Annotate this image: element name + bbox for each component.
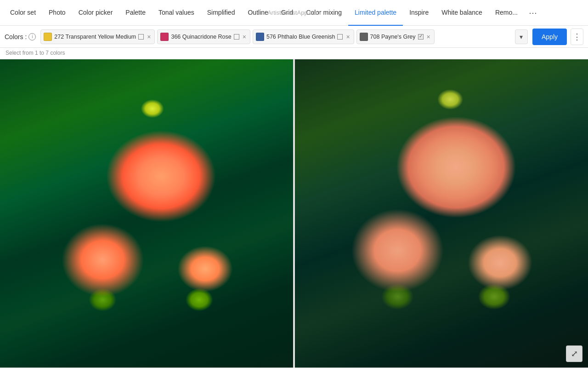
info-icon[interactable]: i [28, 33, 36, 40]
nav-item-inspire[interactable]: Inspire [403, 0, 435, 26]
color-swatch-3 [256, 33, 264, 41]
chip-close-1[interactable]: × [146, 34, 152, 40]
chip-close-2[interactable]: × [242, 34, 247, 40]
nav-item-color-mixing[interactable]: Color mixing [300, 0, 348, 26]
dropdown-button[interactable]: ▾ [515, 29, 528, 44]
left-image-panel [0, 59, 293, 368]
nav-item-palette[interactable]: Palette [119, 0, 152, 26]
expand-button[interactable]: ⤢ [566, 345, 582, 362]
nav-item-photo[interactable]: Photo [42, 0, 72, 26]
chip-square-icon-4: ✓ [418, 34, 424, 40]
apply-button[interactable]: Apply [532, 29, 567, 45]
color-chip-1[interactable]: 272 Transparent Yellow Medium× [40, 29, 155, 44]
main-content: ⤢ [0, 59, 588, 368]
nav-item-simplified[interactable]: Simplified [201, 0, 242, 26]
nav-item-white-balance[interactable]: White balance [435, 0, 489, 26]
chip-close-4[interactable]: × [426, 34, 431, 40]
right-flower-image [295, 59, 588, 368]
chip-name-4: 708 Payne's Grey [370, 34, 416, 40]
nav-item-outline[interactable]: Outline [241, 0, 274, 26]
sub-label-text: Select from 1 to 7 colors [6, 50, 65, 56]
chip-square-icon-1 [138, 34, 144, 40]
color-swatch-4 [360, 33, 368, 41]
color-chip-2[interactable]: 366 Quinacridone Rose× [157, 29, 250, 44]
chip-close-3[interactable]: × [345, 34, 351, 40]
colors-label: Colors: i [5, 33, 36, 40]
nav-item-tonal-values[interactable]: Tonal values [152, 0, 201, 26]
color-swatch-2 [160, 33, 169, 41]
nav-item-limited-palette[interactable]: Limited palette [348, 0, 403, 26]
nav-item-remove[interactable]: Remo... [489, 0, 524, 26]
nav-item-color-picker[interactable]: Color picker [72, 0, 119, 26]
sub-label-bar: Select from 1 to 7 colors [0, 48, 588, 59]
nav-bar: Color setPhotoColor pickerPaletteTonal v… [0, 0, 588, 26]
chip-name-2: 366 Quinacridone Rose [171, 34, 231, 40]
nav-item-color-set[interactable]: Color set [4, 0, 42, 26]
chip-square-icon-2 [234, 34, 239, 40]
more-options-button[interactable]: ⋮ [571, 29, 583, 45]
right-image-panel: ⤢ [293, 59, 588, 368]
colors-text: Colors [5, 33, 23, 40]
chip-name-1: 272 Transparent Yellow Medium [54, 34, 136, 40]
chip-name-3: 576 Phthalo Blue Greenish [266, 34, 335, 40]
colors-bar: Colors: i 272 Transparent Yellow Medium×… [0, 26, 588, 48]
color-chip-4[interactable]: 708 Payne's Grey✓× [356, 29, 435, 44]
nav-item-grid[interactable]: Grid [275, 0, 300, 26]
left-flower-image [0, 59, 293, 368]
nav-more-button[interactable]: ⋯ [524, 0, 542, 26]
color-chip-3[interactable]: 576 Phthalo Blue Greenish× [253, 29, 354, 44]
chip-square-icon-3 [337, 34, 343, 40]
color-swatch-1 [44, 33, 52, 41]
